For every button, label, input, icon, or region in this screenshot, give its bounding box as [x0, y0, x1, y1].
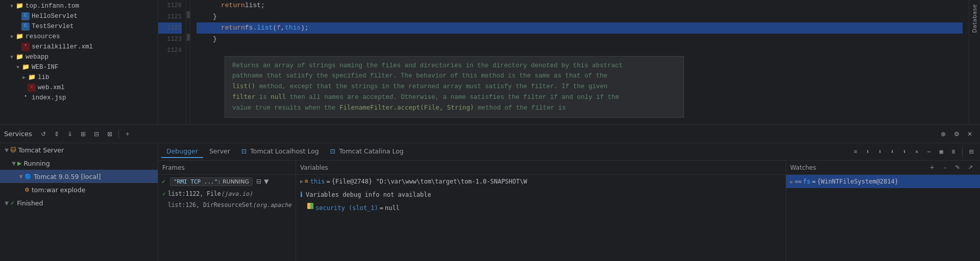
watches-remove-button[interactable]: – — [940, 163, 950, 173]
debug-info-message: Variables debug info not available — [306, 190, 431, 200]
settings-button[interactable]: ⚙ — [950, 128, 963, 140]
tree-label: top.infann.tom — [26, 3, 79, 10]
service-tree: ▼ 🐱 Tomcat Server ▼ ▶ Running ▼ 🔵 Tomcat… — [0, 143, 158, 261]
tab-server[interactable]: Server — [204, 145, 235, 158]
tree-label: index.jsp — [32, 94, 66, 101]
tomcat-icon: 🐱 — [10, 147, 16, 153]
group-button[interactable]: ⊞ — [77, 128, 89, 140]
tab-tomcat-localhost-log[interactable]: ⊡ Tomcat Localhost Log — [236, 145, 324, 158]
tree-item-testservlet[interactable]: C TestServlet — [0, 21, 158, 32]
svc-arrow-tomcat: ▼ — [3, 147, 10, 153]
tree-item-webinf[interactable]: ▼ 📁 WEB-INF — [0, 62, 158, 72]
var-key-security: security (slot_1) — [315, 203, 378, 213]
expand-all-button[interactable]: ⇕ — [51, 128, 63, 140]
refresh-button[interactable]: ↺ — [37, 128, 50, 140]
code-line-1121: } — [197, 11, 963, 22]
debug-panel-toggle-button[interactable]: ⊟ — [966, 147, 976, 157]
thread-check-icon: ✓ — [161, 178, 166, 185]
code-lines: 1120 1121 1122 1123 1124 return list; — [158, 0, 969, 124]
finish-icon: ✓ — [10, 200, 15, 206]
tree-arrow: ▼ — [8, 34, 15, 40]
svc-item-war-explode[interactable]: ⚙ tom:war explode — [0, 183, 158, 196]
tab-tomcat-catalina-log[interactable]: ⊡ Tomcat Catalina Log — [325, 145, 409, 158]
tree-arrow: ▼ — [14, 65, 21, 70]
frame-check-icon-1: ✓ — [162, 190, 166, 197]
debug-panel: Debugger Server ⊡ Tomcat Localhost Log ⊡… — [158, 143, 980, 261]
debug-toolbar-download[interactable]: ⬇ — [887, 147, 897, 157]
debug-content: Frames ✓ "RMI TCP ...": RUNNING ⊟ ▼ ✓ — [158, 161, 980, 261]
tree-item-webapp[interactable]: ▼ 📁 webapp — [0, 52, 158, 62]
code-line-1120: return list; — [197, 0, 963, 11]
variables-panel-header: Variables — [296, 161, 786, 175]
var-item-this[interactable]: ▶ ≡ this = {File@2748} "D:\var\www\tom\t… — [296, 175, 786, 188]
svc-item-tomcat-instance[interactable]: ▼ 🔵 Tomcat 9.0.59 [local] — [0, 170, 158, 183]
var-eq-security: = — [380, 203, 383, 213]
folder-icon: 📁 — [28, 73, 36, 82]
debug-toolbar-list[interactable]: ≣ — [948, 147, 959, 157]
filter-button[interactable]: ⊟ — [90, 128, 103, 140]
watch-infinity-icon: ∞∞ — [795, 178, 801, 185]
running-status: RUNNING — [223, 178, 249, 185]
pin-button[interactable]: ⊠ — [104, 128, 116, 140]
tree-item-webxml[interactable]: ✧ web.xml — [0, 83, 158, 93]
thread-item[interactable]: ✓ "RMI TCP ...": RUNNING ⊟ ▼ — [158, 175, 296, 188]
collapse-all-button[interactable]: ⇓ — [64, 128, 76, 140]
tree-item-top-infann[interactable]: ▼ 📁 top.infann.tom — [0, 1, 158, 11]
debug-toolbar-up[interactable]: ⬆ — [863, 147, 873, 157]
database-label[interactable]: Database — [971, 4, 978, 33]
svc-item-tomcat-server[interactable]: ▼ 🐱 Tomcat Server — [0, 143, 158, 156]
tree-item-lib[interactable]: ▶ 📁 lib — [0, 72, 158, 83]
var-item-security[interactable]: security (slot_1) = null — [296, 201, 786, 215]
debug-tabs: Debugger Server ⊡ Tomcat Localhost Log ⊡… — [158, 143, 980, 161]
services-header: Services ↺ ⇕ ⇓ ⊞ ⊟ ⊠ + ⊕ ⚙ ✕ — [0, 125, 980, 143]
debug-toolbar-more[interactable]: ⋯ — [924, 147, 934, 157]
javadoc-tooltip: Returns an array of strings naming the f… — [225, 56, 684, 118]
svc-arrow-running: ▼ — [10, 161, 17, 166]
var-eq-this: = — [327, 176, 330, 187]
code-line-1122: return fs.list ( f , this ); — [197, 22, 963, 34]
code-editor: 1120 1121 1122 1123 1124 return list; — [158, 0, 969, 124]
code-content: return list; } return fs.list ( f , this… — [190, 0, 969, 124]
watches-jump-button[interactable]: ↗ — [965, 163, 975, 173]
svc-item-running[interactable]: ▼ ▶ Running — [0, 156, 158, 170]
thread-label[interactable]: "RMI TCP ...": RUNNING — [170, 177, 253, 186]
var-expand-icon-this[interactable]: ▶ — [300, 176, 303, 187]
debug-toolbar-down-load[interactable]: ⬇ — [875, 147, 885, 157]
svc-item-finished[interactable]: ▼ ✓ Finished — [0, 196, 158, 210]
tree-item-indexjsp[interactable]: ▪ index.jsp — [0, 93, 158, 103]
frame-item-2[interactable]: list:126, DirResourceSet (org.apache — [158, 199, 296, 211]
tab-debugger[interactable]: Debugger — [161, 145, 203, 158]
thread-filter-icon[interactable]: ⊟ — [256, 178, 261, 185]
watch-key-fs: fs — [803, 178, 810, 185]
code-line-1123: } — [197, 34, 963, 45]
services-title: Services — [4, 130, 32, 138]
toolbar-separator — [118, 129, 119, 139]
running-icon: ▶ — [17, 160, 21, 167]
tree-item-helloservlet[interactable]: C HelloServlet — [0, 11, 158, 21]
rmi-thread-label: "RMI TCP ...": — [174, 178, 221, 185]
thread-expand-icon[interactable]: ▼ — [264, 178, 268, 185]
var-val-this: {File@2748} "D:\var\www\tom\target\tom-1… — [332, 176, 527, 187]
frame-item-1[interactable]: ✓ list:1122, File (java.io) — [158, 188, 296, 199]
database-sidebar[interactable]: Database — [969, 0, 980, 124]
tree-item-serialkiller[interactable]: ▪ serialkiller.xml — [0, 42, 158, 52]
top-area: ▼ 📁 top.infann.tom C HelloServlet C Test… — [0, 0, 980, 124]
close-panel-button[interactable]: ✕ — [964, 128, 976, 140]
watches-header: Watches + – ✎ ↗ — [786, 161, 980, 175]
watches-add-button[interactable]: + — [927, 163, 937, 173]
watch-item-fs[interactable]: ▶ ∞∞ fs = {WinNTFileSystem@2814} — [786, 175, 980, 188]
add-service-button[interactable]: + — [121, 128, 134, 140]
frames-panel: Frames ✓ "RMI TCP ...": RUNNING ⊟ ▼ ✓ — [158, 161, 296, 261]
debug-toolbar-grid[interactable]: ▦ — [936, 147, 946, 157]
watches-edit-button[interactable]: ✎ — [952, 163, 963, 173]
debug-toolbar-remove[interactable]: ✕ — [912, 147, 922, 157]
var-key-this: this — [310, 176, 325, 187]
java-class-icon: C — [21, 12, 30, 20]
tree-item-resources[interactable]: ▼ 📁 resources — [0, 32, 158, 42]
watch-expand-icon-fs[interactable]: ▶ — [790, 179, 793, 185]
tree-label: resources — [26, 33, 60, 40]
debug-toolbar-upload[interactable]: ⬆ — [899, 147, 910, 157]
debug-toolbar-menu[interactable]: ≡ — [850, 147, 861, 157]
debug-toolbar-sep — [962, 147, 963, 156]
maximize-button[interactable]: ⊕ — [937, 128, 949, 140]
